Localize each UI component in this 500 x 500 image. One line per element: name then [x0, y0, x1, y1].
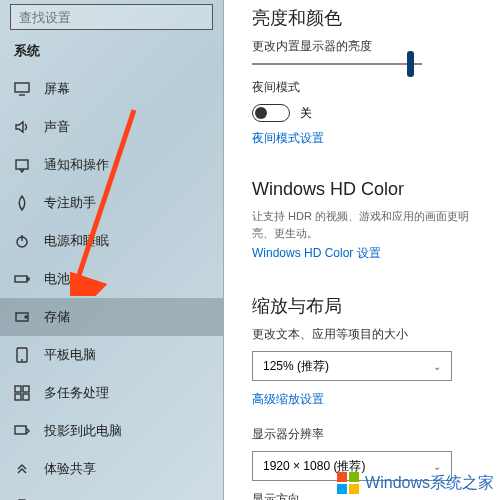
- sidebar-item-label: 声音: [44, 118, 70, 136]
- share-icon: [14, 461, 30, 477]
- sidebar-item-power[interactable]: 电源和睡眠: [0, 222, 223, 260]
- battery-icon: [14, 271, 30, 287]
- svg-rect-13: [23, 386, 29, 392]
- brightness-slider[interactable]: [252, 63, 422, 65]
- sidebar-item-label: 存储: [44, 308, 70, 326]
- svg-rect-15: [23, 394, 29, 400]
- sidebar-item-projecting[interactable]: 投影到此电脑: [0, 412, 223, 450]
- display-icon: [14, 81, 30, 97]
- hdcolor-desc: 让支持 HDR 的视频、游戏和应用的画面更明亮、更生动。: [252, 208, 482, 241]
- windows-logo-icon: [337, 472, 359, 494]
- brightness-title: 亮度和颜色: [252, 6, 500, 30]
- sidebar-item-label: 屏幕: [44, 80, 70, 98]
- watermark: Windows系统之家: [337, 472, 494, 494]
- sidebar-item-display[interactable]: 屏幕: [0, 70, 223, 108]
- scale-dropdown[interactable]: 125% (推荐) ⌄: [252, 351, 452, 381]
- tablet-icon: [14, 347, 30, 363]
- storage-icon: [14, 309, 30, 325]
- chevron-down-icon: ⌄: [433, 361, 441, 372]
- svg-rect-12: [15, 386, 21, 392]
- brightness-label: 更改内置显示器的亮度: [252, 38, 500, 55]
- sidebar-item-label: 多任务处理: [44, 384, 109, 402]
- svg-rect-3: [16, 160, 28, 169]
- search-box[interactable]: [10, 4, 213, 30]
- hdcolor-link[interactable]: Windows HD Color 设置: [252, 245, 500, 262]
- sidebar-item-notifications[interactable]: 通知和操作: [0, 146, 223, 184]
- scale-label1: 更改文本、应用等项目的大小: [252, 326, 500, 343]
- nav-list: 屏幕 声音 通知和操作 专注助手 电源和睡眠 电池: [0, 70, 223, 500]
- scale-value: 125% (推荐): [263, 358, 329, 375]
- sidebar-item-label: 平板电脑: [44, 346, 96, 364]
- sidebar-item-storage[interactable]: 存储: [0, 298, 223, 336]
- night-mode-settings-link[interactable]: 夜间模式设置: [252, 130, 500, 147]
- focus-icon: [14, 195, 30, 211]
- sidebar-item-battery[interactable]: 电池: [0, 260, 223, 298]
- sidebar-item-label: 电源和睡眠: [44, 232, 109, 250]
- content-pane: 亮度和颜色 更改内置显示器的亮度 夜间模式 关 夜间模式设置 Windows H…: [224, 0, 500, 500]
- scale-title: 缩放与布局: [252, 294, 500, 318]
- svg-rect-7: [27, 278, 29, 280]
- night-mode-label: 夜间模式: [252, 79, 500, 96]
- toggle-state: 关: [300, 105, 312, 122]
- svg-point-9: [25, 316, 27, 318]
- svg-rect-0: [15, 83, 29, 92]
- power-icon: [14, 233, 30, 249]
- notifications-icon: [14, 157, 30, 173]
- sidebar-item-label: 专注助手: [44, 194, 96, 212]
- svg-marker-2: [16, 122, 23, 132]
- sidebar-item-tablet[interactable]: 平板电脑: [0, 336, 223, 374]
- sidebar-item-sound[interactable]: 声音: [0, 108, 223, 146]
- sidebar-item-label: 投影到此电脑: [44, 422, 122, 440]
- toggle-knob: [255, 107, 267, 119]
- chevron-down-icon: ⌄: [433, 461, 441, 472]
- sidebar: 系统 屏幕 声音 通知和操作 专注助手 电源和睡眠: [0, 0, 224, 500]
- hdcolor-title: Windows HD Color: [252, 179, 500, 200]
- watermark-text: Windows系统之家: [365, 473, 494, 494]
- svg-rect-6: [15, 276, 27, 282]
- night-mode-toggle[interactable]: [252, 104, 290, 122]
- sidebar-item-label: 通知和操作: [44, 156, 109, 174]
- advanced-scale-link[interactable]: 高级缩放设置: [252, 391, 500, 408]
- slider-thumb[interactable]: [407, 51, 414, 77]
- sidebar-item-multitask[interactable]: 多任务处理: [0, 374, 223, 412]
- search-input[interactable]: [19, 10, 204, 25]
- sidebar-item-shared[interactable]: 体验共享: [0, 450, 223, 488]
- category-header: 系统: [0, 38, 223, 70]
- sound-icon: [14, 119, 30, 135]
- sidebar-item-clipboard[interactable]: 剪贴板: [0, 488, 223, 500]
- sidebar-item-label: 体验共享: [44, 460, 96, 478]
- multitask-icon: [14, 385, 30, 401]
- resolution-label: 显示器分辨率: [252, 426, 500, 443]
- svg-rect-14: [15, 394, 21, 400]
- sidebar-item-label: 电池: [44, 270, 70, 288]
- sidebar-item-focus[interactable]: 专注助手: [0, 184, 223, 222]
- project-icon: [14, 423, 30, 439]
- svg-rect-16: [15, 426, 26, 434]
